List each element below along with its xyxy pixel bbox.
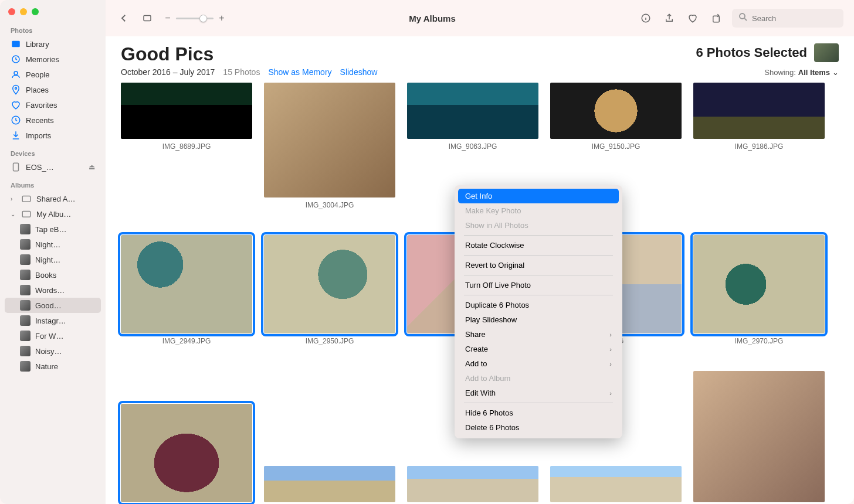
photo-thumbnail[interactable] [264,83,395,197]
svg-point-3 [15,87,17,89]
album-thumb-icon [20,331,30,341]
photo-thumbnail[interactable] [121,235,252,333]
sidebar-album-item[interactable]: For W… [0,328,106,343]
photo-thumbnail[interactable] [693,371,825,502]
sidebar-item-places[interactable]: Places [0,82,106,97]
sidebar-item-recents[interactable]: Recents [0,113,106,128]
show-as-memory-link[interactable]: Show as Memory [268,67,331,77]
sidebar-album-item[interactable]: Tap eB… [0,222,106,237]
menu-separator [464,275,613,275]
chevron-right-icon[interactable]: › [11,196,16,202]
date-range: October 2016 – July 2017 [121,67,215,77]
menu-item[interactable]: Revert to Original [458,258,619,273]
photo-thumbnail[interactable] [264,466,395,502]
sidebar-item-library[interactable]: Library [0,36,106,52]
photo-thumbnail[interactable] [121,83,252,139]
zoom-out-button[interactable]: − [163,11,172,26]
favorite-button[interactable] [685,11,700,26]
memories-icon [11,54,21,64]
slideshow-link[interactable]: Slideshow [340,67,378,77]
photo-item[interactable]: IMG_3005.JPG [693,371,825,504]
sidebar: Photos Library Memories People Places Fa… [0,0,106,504]
photo-thumbnail[interactable] [264,235,395,333]
sidebar-item-device[interactable]: EOS_… ⏏ [0,159,106,175]
svg-rect-7 [22,212,30,217]
photo-thumbnail[interactable] [121,404,252,502]
eject-icon[interactable]: ⏏ [89,163,95,171]
rotate-button[interactable] [709,11,724,26]
photo-item[interactable]: IMG_2970.JPG [693,235,825,345]
close-window-button[interactable] [8,8,15,15]
photo-item[interactable]: IMG_ [407,435,538,504]
chevron-right-icon: › [609,346,612,353]
album-thumb-icon [20,346,30,356]
sidebar-item-shared-albums[interactable]: › Shared A… [0,191,106,206]
sidebar-album-item[interactable]: Instagr… [0,313,106,328]
menu-item[interactable]: Edit With› [458,386,619,400]
download-icon [11,130,21,141]
album-title: Good Pics [121,43,214,65]
sidebar-album-item[interactable]: Nature [0,359,106,374]
menu-item[interactable]: Duplicate 6 Photos [458,298,619,312]
photo-item[interactable]: IMG_2949.JPG [121,235,252,345]
photo-thumbnail[interactable] [693,83,825,139]
share-button[interactable] [662,11,677,26]
photo-item[interactable]: IMG_2855.JPG [264,435,395,504]
search-input[interactable] [752,14,838,23]
menu-item[interactable]: Add to› [458,356,619,371]
search-box[interactable] [732,9,843,28]
photo-item[interactable]: IMG_2950.JPG [264,235,395,345]
photo-thumbnail[interactable] [407,466,538,502]
menu-item[interactable]: Get Info [458,189,619,203]
search-icon [738,12,748,25]
menu-item[interactable]: Share› [458,327,619,342]
info-button[interactable] [638,11,653,26]
sidebar-album-item[interactable]: Noisy… [0,343,106,359]
window-controls [0,6,106,25]
zoom-slider[interactable] [176,18,214,19]
chevron-down-icon[interactable]: ⌄ [11,211,16,217]
sidebar-album-item[interactable]: Good… [5,298,101,313]
people-icon [11,69,21,80]
sidebar-item-people[interactable]: People [0,67,106,82]
showing-filter[interactable]: Showing: All Items ⌄ [764,68,839,77]
sidebar-album-item[interactable]: Words… [0,282,106,298]
menu-item[interactable]: Play Slideshow [458,312,619,327]
zoom-slider-thumb[interactable] [199,15,207,22]
menu-item[interactable]: Create› [458,342,619,356]
menu-item: Make Key Photo [458,203,619,218]
sidebar-item-imports[interactable]: Imports [0,128,106,143]
photo-item[interactable]: .JPG [550,435,682,504]
photo-item[interactable]: IMG_8689.JPG [121,83,252,209]
photo-caption: IMG_2970.JPG [735,337,784,345]
heart-icon [11,100,21,110]
photo-caption: IMG_2950.JPG [306,337,354,345]
menu-item[interactable]: Turn Off Live Photo [458,278,619,292]
photo-item[interactable]: IMG_9186.JPG [693,83,825,209]
sidebar-album-item[interactable]: Books [0,267,106,282]
selection-info: 6 Photos Selected [696,43,839,62]
photo-item[interactable]: IMG_2975.JPG [121,404,252,504]
zoom-window-button[interactable] [32,8,39,15]
zoom-in-button[interactable]: + [217,11,226,26]
view-mode-button[interactable] [140,11,155,26]
back-button[interactable] [116,11,131,26]
menu-item[interactable]: Hide 6 Photos [458,406,619,420]
photo-thumbnail[interactable] [693,235,825,333]
menu-item[interactable]: Rotate Clockwise [458,238,619,253]
photo-item[interactable]: IMG_3004.JPG [264,83,395,209]
menu-separator [464,295,613,295]
sidebar-album-item[interactable]: Night… [0,252,106,267]
sd-card-icon [11,162,21,172]
sidebar-item-my-albums[interactable]: ⌄ My Albu… [0,206,106,222]
sidebar-item-memories[interactable]: Memories [0,52,106,67]
photo-caption: IMG_9150.JPG [592,142,640,151]
photo-thumbnail[interactable] [550,83,682,139]
zoom-control: − + [163,11,226,26]
sidebar-album-item[interactable]: Night… [0,237,106,252]
menu-item[interactable]: Delete 6 Photos [458,420,619,435]
minimize-window-button[interactable] [20,8,27,15]
sidebar-item-favorites[interactable]: Favorites [0,97,106,113]
photo-thumbnail[interactable] [407,83,538,139]
photo-thumbnail[interactable] [550,466,682,502]
